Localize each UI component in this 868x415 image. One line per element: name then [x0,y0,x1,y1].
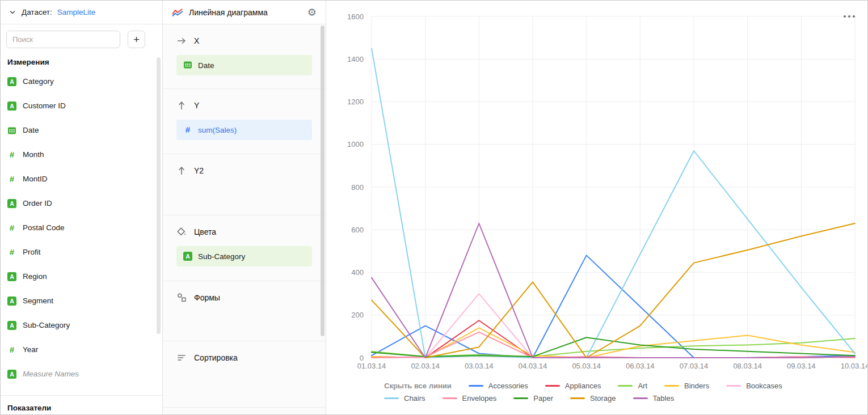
x-field-label: Date [198,61,214,70]
svg-text:09.03.14: 09.03.14 [787,362,816,370]
string-field-icon: A [7,101,16,111]
field-item-segment[interactable]: ASegment [1,289,162,313]
x-field-pill[interactable]: Date [176,55,312,75]
y2-axis-icon [176,166,187,176]
legend-item-accessories[interactable]: Accessories [469,382,528,390]
y-field-label: sum(Sales) [198,126,237,134]
section-colors-label: Цвета [194,227,216,236]
svg-text:07.03.14: 07.03.14 [680,362,709,370]
legend-item-storage[interactable]: Storage [570,394,616,403]
y-field-pill[interactable]: # sum(Sales) [176,120,312,140]
string-field-icon: A [7,199,16,208]
svg-text:05.03.14: 05.03.14 [572,362,601,370]
search-row: + [1,24,162,53]
number-field-icon: # [7,223,16,232]
legend: Скрыть все линииAccessoriesAppliancesArt… [326,379,867,404]
legend-swatch [570,397,585,399]
dimensions-title: Измерения [1,53,162,69]
dataset-header: Датасет: SampleLite [1,1,162,24]
svg-text:1000: 1000 [347,140,364,149]
legend-swatch [633,397,648,399]
y-axis-icon [176,100,187,111]
field-label: Measure Names [23,370,79,378]
number-field-icon: # [7,150,16,159]
legend-swatch [618,385,633,387]
legend-item-bookcases[interactable]: Bookcases [726,382,782,390]
dataset-name-link[interactable]: SampleLite [57,8,96,16]
number-field-icon: # [7,175,16,184]
field-label: MontID [23,175,48,183]
legend-item-art[interactable]: Art [618,382,647,390]
field-item-postal-code[interactable]: #Postal Code [1,215,162,240]
svg-text:0: 0 [360,354,364,362]
svg-text:600: 600 [351,226,364,234]
legend-label: Bookcases [746,382,782,390]
svg-text:03.03.14: 03.03.14 [465,362,494,370]
svg-text:01.03.14: 01.03.14 [357,362,386,370]
legend-hide-all[interactable]: Скрыть все линии [384,382,452,390]
string-field-icon: A [183,252,192,261]
string-field-icon: A [7,370,16,379]
legend-item-appliances[interactable]: Appliances [545,382,601,390]
line-chart[interactable]: 0200400600800100012001400160001.03.1402.… [326,1,867,378]
dataset-label: Датасет: [22,8,52,16]
line-chart-type-icon [172,8,183,17]
colors-field-pill[interactable]: A Sub-Category [176,246,312,266]
measures-title: Показатели [1,395,162,414]
string-field-icon: A [7,272,16,281]
svg-text:800: 800 [351,183,364,192]
chart-menu-dots[interactable] [844,15,855,18]
field-label: Postal Code [23,223,65,232]
sort-icon [176,353,187,363]
legend-item-chairs[interactable]: Chairs [384,394,425,403]
field-item-region[interactable]: ARegion [1,264,162,289]
series-tables[interactable] [372,223,855,358]
config-scrollbar[interactable] [321,26,325,336]
section-x: X Date [163,24,326,89]
config-panel: Линейная диаграмма ⚙ X Date [163,1,326,414]
section-y2-label: Y2 [194,166,204,175]
string-field-icon: A [7,297,16,306]
legend-label: Paper [533,394,553,403]
legend-row-1: Скрыть все линииAccessoriesAppliancesArt… [384,379,867,392]
field-item-montid[interactable]: #MontID [1,167,162,191]
legend-item-binders[interactable]: Binders [664,382,709,390]
search-input[interactable] [6,31,120,48]
shapes-icon [176,293,187,303]
colors-icon [176,227,187,237]
field-item-month[interactable]: #Month [1,142,162,167]
field-item-date[interactable]: Date [1,118,162,142]
legend-swatch [513,397,528,399]
field-item-order-id[interactable]: AOrder ID [1,191,162,215]
legend-item-paper[interactable]: Paper [513,394,553,403]
legend-item-envelopes[interactable]: Envelopes [443,394,497,403]
field-item-year[interactable]: #Year [1,337,162,362]
series-storage[interactable] [372,223,855,358]
svg-text:04.03.14: 04.03.14 [519,362,547,370]
settings-gear-icon[interactable]: ⚙ [307,7,317,18]
string-field-icon: A [7,321,16,330]
field-item-customer-id[interactable]: ACustomer ID [1,94,162,118]
legend-label: Envelopes [462,394,497,403]
svg-text:06.03.14: 06.03.14 [626,362,655,370]
legend-swatch [726,385,741,387]
field-label: Category [23,77,54,86]
legend-item-tables[interactable]: Tables [633,394,675,403]
field-label: Month [23,150,44,159]
dataset-scrollbar[interactable] [157,57,161,334]
app-window: Датасет: SampleLite + Измерения ACategor… [0,0,868,415]
field-item-category[interactable]: ACategory [1,69,162,94]
field-item-profit[interactable]: #Profit [1,240,162,264]
chevron-down-icon[interactable] [9,9,16,16]
add-field-button[interactable]: + [128,31,145,48]
field-label: Date [23,126,39,134]
legend-swatch [384,397,399,399]
section-sort-label: Сортировка [194,353,238,362]
field-item-sub-category[interactable]: ASub-Category [1,313,162,337]
config-header: Линейная диаграмма ⚙ [163,1,326,24]
field-item-measure-names[interactable]: AMeasure Names [1,362,162,386]
legend-row-2: ChairsEnvelopesPaperStorageTables [384,392,867,404]
legend-swatch [545,385,560,387]
number-field-icon: # [7,248,16,257]
legend-label: Binders [684,382,709,390]
